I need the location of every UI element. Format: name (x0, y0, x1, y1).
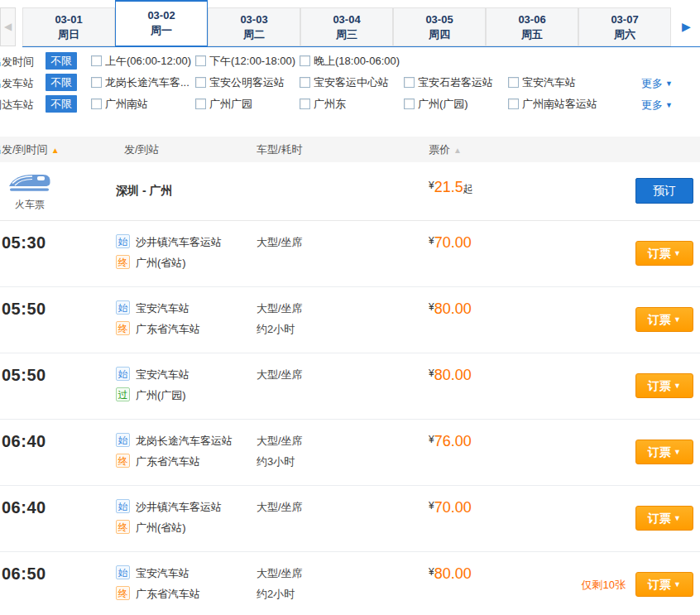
filter-option[interactable]: 晚上(18:00-06:00) (300, 54, 404, 69)
sort-inactive-icon[interactable]: ▲ (453, 146, 462, 155)
header-depart-time-label: 出发/到时间 (0, 143, 48, 156)
tab-03-05[interactable]: 03-05周四 (393, 7, 486, 46)
prev-week-button[interactable]: ◀ (0, 7, 16, 46)
filter-label: 到达车站 (0, 98, 34, 113)
filter-option[interactable]: 宝安客运中心站 (300, 75, 404, 90)
tab-weekday: 周二 (209, 27, 300, 41)
tab-date: 03-02 (116, 8, 207, 23)
more-link[interactable]: 更多▼ (641, 98, 673, 113)
destination-line: 终广东省汽车站 (116, 451, 233, 472)
unlimited-button[interactable]: 不限 (46, 95, 77, 113)
book-button[interactable]: 订票▼ (635, 572, 693, 597)
filter-option[interactable]: 宝安公明客运站 (195, 75, 300, 90)
checkbox[interactable] (508, 98, 519, 109)
filter-option[interactable]: 龙岗长途汽车客... (91, 75, 195, 90)
sort-asc-icon[interactable]: ▲ (51, 146, 60, 155)
bus-rows: 05:30始沙井镇汽车客运站终广州(省站)大型/坐席¥70.00订票▼05:50… (0, 221, 700, 615)
filter-row-arrive-station: 到达车站不限广州南站广州广园广州东广州(广园)广州南站客运站更多▼ (0, 94, 700, 116)
header-stations: 发/到站 (124, 137, 160, 162)
checkbox[interactable] (404, 77, 415, 88)
filter-option-label: 下午(12:00-18:00) (209, 55, 295, 67)
train-price-suffix: 起 (463, 183, 473, 195)
caret-down-icon: ▼ (674, 514, 681, 522)
checkbox[interactable] (300, 77, 310, 88)
origin-station: 沙井镇汽车客运站 (136, 236, 222, 248)
filter-option[interactable]: 广州(广园) (404, 97, 508, 112)
caret-down-icon: ▼ (674, 580, 681, 589)
destination-line: 终广东省汽车站 (116, 584, 200, 604)
book-button-label: 订票 (648, 578, 671, 591)
currency-symbol: ¥ (429, 434, 434, 445)
stations-cell: 始宝安汽车站终广东省汽车站 (116, 563, 200, 604)
unlimited-button[interactable]: 不限 (46, 74, 77, 91)
unlimited-button[interactable]: 不限 (46, 52, 77, 70)
filter-option[interactable]: 广州广园 (195, 97, 300, 112)
type-cell: 大型/坐席 (257, 497, 303, 517)
book-button[interactable]: 订票▼ (635, 506, 693, 531)
checkbox[interactable] (195, 77, 206, 88)
book-button[interactable]: 订票▼ (635, 440, 693, 464)
departure-time: 06:50 (2, 565, 46, 584)
checkbox[interactable] (300, 98, 310, 109)
filter-option-label: 上午(06:00-12:00) (105, 55, 191, 67)
caret-down-icon: ▼ (674, 382, 681, 390)
filter-option-label: 宝安石岩客运站 (418, 76, 493, 89)
filter-option-label: 广州南站 (105, 98, 148, 110)
chevron-down-icon: ▼ (665, 79, 673, 88)
checkbox[interactable] (300, 55, 310, 66)
checkbox[interactable] (508, 77, 519, 88)
reserve-button[interactable]: 预订 (635, 178, 693, 204)
tab-03-03[interactable]: 03-03周二 (208, 7, 300, 46)
filter-section: 出发时间不限上午(06:00-12:00)下午(12:00-18:00)晚上(1… (0, 51, 700, 116)
book-button[interactable]: 订票▼ (635, 373, 693, 398)
checkbox[interactable] (91, 77, 102, 88)
bus-type: 大型/坐席 (257, 298, 303, 319)
tab-weekday: 周三 (301, 27, 392, 41)
header-price[interactable]: 票价▲ (429, 137, 462, 163)
tab-03-07[interactable]: 03-07周六 (578, 7, 671, 46)
more-link[interactable]: 更多▼ (641, 76, 673, 91)
currency-symbol: ¥ (429, 368, 434, 379)
tab-03-02[interactable]: 03-02周一 (115, 0, 208, 46)
destination-badge: 终 (116, 520, 130, 534)
origin-line: 始宝安汽车站 (116, 298, 200, 319)
checkbox[interactable] (195, 55, 206, 66)
checkbox[interactable] (91, 55, 102, 66)
book-button[interactable]: 订票▼ (635, 307, 693, 332)
train-price-amount: 21.5 (434, 179, 463, 195)
origin-badge: 始 (116, 499, 130, 513)
destination-line: 终广东省汽车站 (116, 319, 200, 339)
origin-badge: 始 (116, 367, 130, 381)
book-button-label: 订票 (648, 313, 671, 326)
checkbox[interactable] (195, 98, 206, 109)
filter-option[interactable]: 下午(12:00-18:00) (195, 54, 300, 69)
duration: 约2小时 (257, 584, 303, 604)
filter-option[interactable]: 广州东 (300, 97, 404, 112)
checkbox[interactable] (91, 98, 102, 109)
next-week-button[interactable]: ▶ (673, 7, 700, 46)
header-depart-time[interactable]: 出发/到时间▲ (0, 137, 60, 163)
price-cell: ¥80.00 (429, 300, 472, 318)
filter-option[interactable]: 广州南站客运站 (508, 97, 612, 112)
bus-type: 大型/坐席 (257, 497, 303, 517)
tab-03-06[interactable]: 03-06周五 (486, 7, 578, 46)
tab-date: 03-05 (394, 12, 485, 27)
checkbox[interactable] (404, 98, 415, 109)
filter-option[interactable]: 宝安汽车站 (508, 75, 612, 90)
filter-option[interactable]: 广州南站 (91, 97, 195, 112)
date-tab-bar: ◀ 03-01周日03-02周一03-03周二03-04周三03-05周四03-… (0, 0, 700, 51)
tab-date: 03-06 (487, 12, 578, 27)
tab-03-04[interactable]: 03-04周三 (300, 7, 393, 46)
bus-row: 05:30始沙井镇汽车客运站终广州(省站)大型/坐席¥70.00订票▼ (0, 221, 700, 287)
book-button-label: 订票 (648, 247, 671, 260)
filter-option-label: 宝安客运中心站 (314, 76, 389, 89)
filter-label: 出发时间 (0, 55, 34, 70)
book-button[interactable]: 订票▼ (635, 241, 693, 266)
tab-03-01[interactable]: 03-01周日 (22, 7, 115, 46)
departure-time: 05:50 (2, 300, 46, 319)
train-ticket-cell: 火车票 (7, 171, 53, 212)
filter-options: 广州南站广州广园广州东广州(广园)广州南站客运站 (91, 97, 612, 112)
train-ticket-row: 火车票 深圳 - 广州 ¥21.5起 预订 (0, 162, 700, 221)
filter-option[interactable]: 宝安石岩客运站 (404, 75, 508, 90)
filter-option[interactable]: 上午(06:00-12:00) (91, 54, 195, 69)
